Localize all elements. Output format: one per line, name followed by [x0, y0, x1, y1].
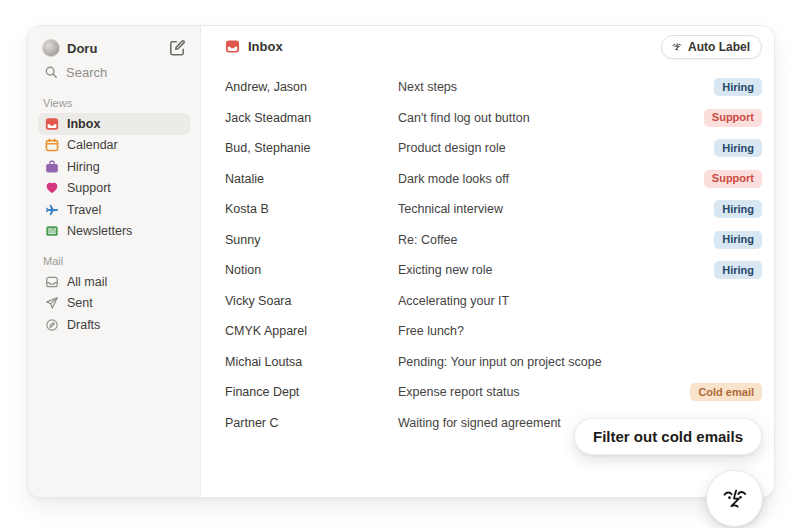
sidebar-item-travel[interactable]: Travel: [38, 199, 190, 221]
email-sender: Notion: [225, 263, 398, 277]
sidebar-item-label: Newsletters: [67, 224, 132, 238]
inbox-title: Inbox: [225, 39, 283, 54]
sidebar: Doru Search Views: [28, 26, 201, 497]
email-sender: Partner C: [225, 416, 398, 430]
email-sender: Andrew, Jason: [225, 80, 398, 94]
compose-icon: [168, 39, 186, 57]
tray-icon: [44, 274, 59, 289]
email-row[interactable]: CMYK Apparel Free lunch?: [225, 316, 762, 347]
sidebar-item-support[interactable]: Support: [38, 178, 190, 200]
email-sender: CMYK Apparel: [225, 324, 398, 338]
views-section-label: Views: [43, 97, 190, 109]
email-subject: Exicting new role: [398, 263, 714, 277]
sidebar-item-calendar[interactable]: Calendar: [38, 135, 190, 157]
sidebar-item-label: Travel: [67, 203, 101, 217]
account-switcher[interactable]: Doru: [38, 36, 190, 60]
email-subject: Can't find log out button: [398, 111, 704, 125]
sidebar-item-label: Support: [67, 181, 111, 195]
email-subject: Accelerating your IT: [398, 294, 762, 308]
email-badge: Support: [704, 170, 762, 188]
sidebar-item-label: Calendar: [67, 138, 118, 152]
email-sender: Kosta B: [225, 202, 398, 216]
email-subject: Free lunch?: [398, 324, 762, 338]
email-subject: Pending: Your input on project scope: [398, 355, 762, 369]
email-subject: Re: Coffee: [398, 233, 714, 247]
calendar-icon: [44, 138, 59, 153]
email-list: Andrew, Jason Next steps Hiring Jack Ste…: [225, 72, 762, 438]
email-subject: Technical interview: [398, 202, 714, 216]
email-row[interactable]: Sunny Re: Coffee Hiring: [225, 225, 762, 256]
email-badge: Hiring: [714, 78, 762, 96]
email-subject: Dark mode looks off: [398, 172, 704, 186]
email-sender: Bud, Stephanie: [225, 141, 398, 155]
compose-button[interactable]: [168, 39, 186, 57]
plane-icon: [44, 202, 59, 217]
sidebar-item-sent[interactable]: Sent: [38, 293, 190, 315]
email-sender: Vicky Soara: [225, 294, 398, 308]
sidebar-item-label: Hiring: [67, 160, 100, 174]
email-sender: Michai Loutsa: [225, 355, 398, 369]
sidebar-item-label: All mail: [67, 275, 107, 289]
briefcase-icon: [44, 159, 59, 174]
filter-cold-emails-label: Filter out cold emails: [593, 428, 743, 445]
inbox-icon: [225, 39, 240, 54]
email-row[interactable]: Finance Dept Expense report status Cold …: [225, 377, 762, 408]
ai-assistant-button[interactable]: [706, 470, 763, 527]
sidebar-item-hiring[interactable]: Hiring: [38, 156, 190, 178]
sidebar-item-newsletters[interactable]: Newsletters: [38, 221, 190, 243]
sidebar-item-label: Drafts: [67, 318, 100, 332]
auto-label-button[interactable]: Auto Label: [661, 35, 762, 59]
inbox-header: Inbox Auto Label: [225, 26, 762, 67]
sidebar-item-drafts[interactable]: Drafts: [38, 314, 190, 336]
ai-face-icon: [671, 41, 683, 53]
email-sender: Natalie: [225, 172, 398, 186]
email-row[interactable]: Bud, Stephanie Product design role Hirin…: [225, 133, 762, 164]
sidebar-item-all-mail[interactable]: All mail: [38, 271, 190, 293]
email-subject: Next steps: [398, 80, 714, 94]
email-sender: Sunny: [225, 233, 398, 247]
email-badge: Hiring: [714, 139, 762, 157]
inbox-icon: [44, 116, 59, 131]
page: Doru Search Views: [0, 0, 800, 528]
sidebar-item-label: Inbox: [67, 117, 100, 131]
filter-cold-emails-button[interactable]: Filter out cold emails: [574, 418, 762, 455]
sidebar-item-inbox[interactable]: Inbox: [38, 113, 190, 135]
email-row[interactable]: Vicky Soara Accelerating your IT: [225, 286, 762, 317]
send-icon: [44, 296, 59, 311]
email-subject: Product design role: [398, 141, 714, 155]
newsletter-icon: [44, 224, 59, 239]
email-sender: Finance Dept: [225, 385, 398, 399]
draft-icon: [44, 317, 59, 332]
email-row[interactable]: Michai Loutsa Pending: Your input on pro…: [225, 347, 762, 378]
email-row[interactable]: Kosta B Technical interview Hiring: [225, 194, 762, 225]
page-title: Inbox: [248, 39, 283, 54]
avatar: [42, 39, 60, 57]
search-input[interactable]: Search: [38, 60, 190, 84]
email-row[interactable]: Notion Exicting new role Hiring: [225, 255, 762, 286]
auto-label-text: Auto Label: [688, 40, 750, 54]
search-placeholder: Search: [66, 65, 107, 80]
email-sender: Jack Steadman: [225, 111, 398, 125]
email-badge: Hiring: [714, 261, 762, 279]
email-subject: Expense report status: [398, 385, 690, 399]
account-name: Doru: [67, 41, 161, 56]
mail-section-label: Mail: [43, 255, 190, 267]
email-row[interactable]: Jack Steadman Can't find log out button …: [225, 103, 762, 134]
search-icon: [43, 65, 58, 80]
email-row[interactable]: Andrew, Jason Next steps Hiring: [225, 72, 762, 103]
email-badge: Hiring: [714, 231, 762, 249]
email-row[interactable]: Natalie Dark mode looks off Support: [225, 164, 762, 195]
email-badge: Support: [704, 109, 762, 127]
sidebar-item-label: Sent: [67, 296, 93, 310]
email-badge: Cold email: [690, 383, 762, 401]
heart-icon: [44, 181, 59, 196]
email-badge: Hiring: [714, 200, 762, 218]
ai-face-icon: [719, 483, 751, 515]
